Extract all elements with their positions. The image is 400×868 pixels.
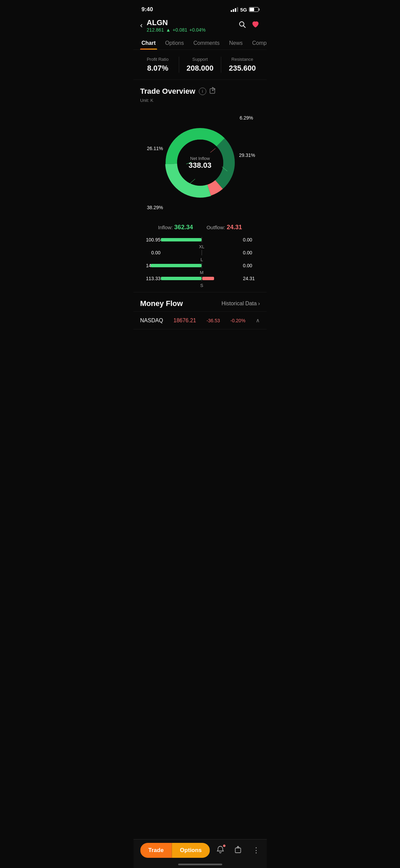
pct-label-26: 26.11%: [147, 146, 163, 151]
flow-row-s: 113.33 S 24.31: [140, 275, 260, 282]
pct-label-6: 6.29%: [240, 115, 253, 121]
pct-label-29: 29.31%: [239, 152, 255, 158]
flow-row-l: 0.00 L 0.00: [140, 249, 260, 256]
flow-section: Inflow: 362.34 Outflow: 24.31 100.95 XL …: [133, 220, 267, 292]
trade-overview-title: Trade Overview: [140, 87, 195, 96]
stats-row: Profit Ratio 8.07% Support 208.000 Resis…: [133, 50, 267, 79]
tab-news[interactable]: News: [224, 37, 247, 50]
status-time: 9:40: [141, 6, 153, 13]
info-icon[interactable]: i: [199, 88, 206, 95]
status-bar: 9:40 5G: [133, 0, 267, 17]
price-change: +0.081: [173, 27, 187, 33]
stock-ticker: ALGN: [147, 18, 206, 27]
nasdaq-pct: -0.20%: [230, 318, 245, 323]
bottom-spacer: [133, 329, 267, 363]
stock-price: 212.861: [147, 27, 164, 33]
money-flow-title: Money Flow: [140, 299, 183, 308]
nasdaq-label: NASDAQ: [140, 318, 163, 324]
flow-row-xl: 100.95 XL 0.00: [140, 236, 260, 243]
svg-line-1: [244, 26, 246, 28]
price-change-pct: +0.04%: [189, 27, 206, 33]
status-icons: 5G: [231, 7, 259, 13]
inflow-label: Inflow: 362.34: [158, 224, 193, 231]
favorite-icon[interactable]: [251, 20, 260, 31]
status-5g-label: 5G: [240, 7, 247, 13]
battery-icon: [249, 7, 259, 12]
search-icon[interactable]: [238, 20, 246, 31]
stat-resistance: Resistance 235.600: [221, 57, 263, 73]
trade-overview-section: Trade Overview i Unit: K 26.11% 6.29% 29…: [133, 80, 267, 220]
unit-label: Unit: K: [140, 98, 260, 103]
chevron-right-icon: ›: [258, 301, 260, 307]
share-icon[interactable]: [210, 87, 217, 96]
donut-center: Net Inflow 338.03: [189, 156, 211, 170]
tab-comments[interactable]: Comments: [189, 37, 224, 50]
header: ‹ ALGN 212.861 ▲ +0.081 +0.04%: [133, 17, 267, 37]
outflow-value: 24.31: [227, 224, 242, 231]
inflow-value: 362.34: [174, 224, 193, 231]
flow-totals: Inflow: 362.34 Outflow: 24.31: [140, 224, 260, 231]
nasdaq-change: -36.53: [207, 318, 220, 323]
tab-chart[interactable]: Chart: [137, 37, 160, 50]
expand-icon[interactable]: ∧: [256, 317, 260, 324]
nav-tabs: Chart Options Comments News Company: [133, 37, 267, 50]
tab-options[interactable]: Options: [160, 37, 189, 50]
stock-info: ALGN 212.861 ▲ +0.081 +0.04%: [147, 18, 206, 33]
donut-chart: 26.11% 6.29% 29.31% 38.29%: [140, 108, 260, 217]
pct-label-38: 38.29%: [147, 205, 163, 210]
outflow-label: Outflow: 24.31: [207, 224, 242, 231]
money-flow-section: Money Flow Historical Data ›: [133, 292, 267, 311]
historical-data-link[interactable]: Historical Data ›: [222, 301, 260, 307]
price-arrow: ▲: [166, 27, 171, 33]
back-button[interactable]: ‹: [140, 21, 142, 30]
tab-company[interactable]: Company: [247, 37, 267, 50]
flow-row-m: 148.05 M 0.00: [140, 262, 260, 269]
signal-bars: [231, 7, 238, 12]
stat-support: Support 208.000: [179, 57, 221, 73]
stat-profit-ratio: Profit Ratio 8.07%: [137, 57, 179, 73]
nasdaq-price: 18676.21: [173, 318, 196, 324]
nasdaq-row[interactable]: NASDAQ 18676.21 -36.53 -0.20% ∧: [133, 311, 267, 329]
